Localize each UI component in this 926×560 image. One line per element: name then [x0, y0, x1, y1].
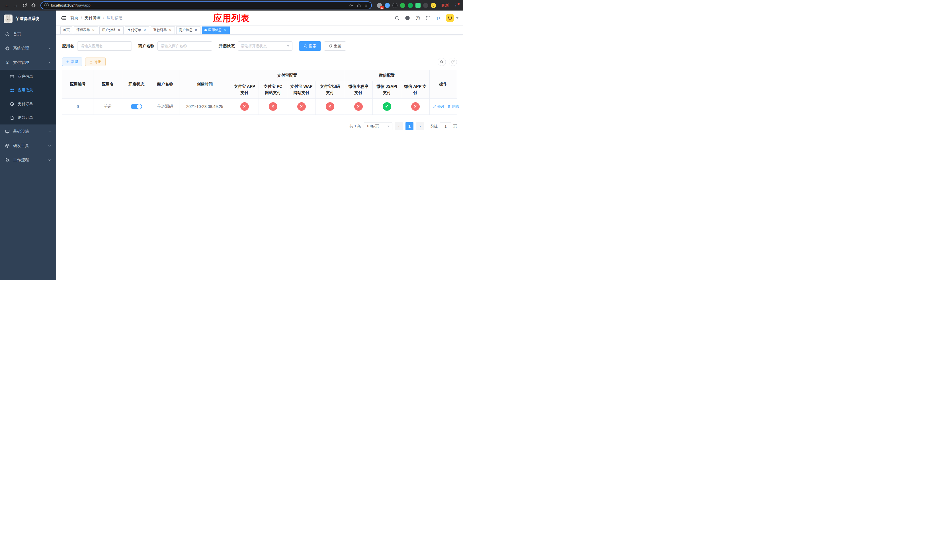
tab-close-icon[interactable]: × [143, 28, 147, 32]
fullscreen-icon[interactable] [426, 16, 431, 21]
sidebar-item-workflow[interactable]: 工作流程 [0, 153, 56, 167]
help-icon[interactable]: ? [415, 16, 420, 21]
col-alipay-pc: 支付宝 PC 网站支付 [259, 81, 287, 98]
url-actions: ☆ [349, 3, 368, 8]
sidebar-item-system[interactable]: 系统管理 [0, 41, 56, 56]
reload-button[interactable] [21, 1, 29, 9]
chevron-down-icon [48, 144, 51, 148]
tab-app-info[interactable]: 应用信息× [202, 26, 230, 34]
extension-icon-6[interactable] [415, 3, 421, 8]
site-info-icon[interactable]: i [44, 3, 49, 8]
cell-actions: 修改 删除 [430, 98, 457, 115]
chevron-down-icon [48, 158, 51, 162]
status-toggle[interactable] [131, 104, 142, 109]
tab-pay-order[interactable]: 支付订单× [125, 26, 149, 34]
merchant-name-input[interactable] [157, 41, 212, 51]
reset-button[interactable]: 重置 [324, 41, 346, 51]
sidebar-subitem-merchant-info[interactable]: 商户信息 [0, 70, 56, 83]
sidebar-item-infrastructure[interactable]: 基础设施 [0, 124, 56, 139]
home-icon [31, 3, 36, 8]
tab-close-icon[interactable]: × [168, 28, 172, 32]
sidebar-toggle-button[interactable] [61, 15, 66, 21]
browser-profile-avatar[interactable] [431, 3, 436, 8]
sidebar-item-label: 应用信息 [18, 88, 33, 93]
chevron-down-icon [287, 45, 289, 47]
font-size-icon[interactable]: TT [436, 16, 440, 21]
breadcrumb-current: 应用信息 [107, 15, 123, 21]
extension-icon-4[interactable] [400, 3, 405, 8]
browser-update-button[interactable]: 更新 [439, 3, 451, 8]
extension-icon-7[interactable] [423, 3, 428, 8]
page-number-1[interactable]: 1 [406, 122, 413, 130]
bookmark-star-icon[interactable]: ☆ [364, 3, 368, 8]
grid-icon [9, 88, 15, 92]
sidebar-item-payment[interactable]: ¥ 支付管理 [0, 56, 56, 70]
goto-page-input[interactable] [440, 122, 451, 130]
alipay-pc-status-icon: × [269, 102, 277, 111]
rabbit-logo-icon [4, 15, 12, 23]
export-button[interactable]: 导出 [85, 58, 106, 66]
url-bar[interactable]: i localhost:1024/pay/app ☆ [41, 2, 372, 9]
add-button-label: 新增 [71, 59, 78, 64]
url-text: localhost:1024/pay/app [51, 3, 91, 8]
tab-close-icon[interactable]: × [117, 28, 121, 32]
refresh-table-button[interactable] [449, 58, 457, 66]
page-size-select[interactable]: 10条/页 [364, 122, 392, 130]
col-merchant: 商户名称 [151, 70, 179, 98]
add-button[interactable]: 新增 [62, 58, 82, 66]
back-button[interactable]: ← [3, 1, 11, 9]
caret-down-icon [456, 17, 458, 19]
sidebar-item-label: 支付管理 [13, 60, 29, 65]
breadcrumb-home[interactable]: 首页 [70, 15, 78, 21]
app-name-input[interactable] [77, 41, 132, 51]
share-icon[interactable] [357, 3, 361, 8]
yen-icon: ¥ [5, 61, 10, 65]
github-icon[interactable] [405, 15, 410, 21]
edit-link[interactable]: 修改 [433, 104, 445, 109]
search-button[interactable]: 搜索 [299, 41, 321, 51]
tab-merchant-info[interactable]: 商户信息× [176, 26, 200, 34]
next-page-button[interactable]: › [416, 122, 424, 130]
app-name-label: 应用名 [62, 44, 74, 49]
sidebar-item-home[interactable]: 首页 [0, 27, 56, 41]
svg-text:?: ? [417, 16, 419, 20]
sidebar-item-devtools[interactable]: 研发工具 [0, 139, 56, 153]
forward-button[interactable]: → [12, 1, 20, 9]
status-select-placeholder: 请选择开启状态 [241, 44, 267, 49]
tab-close-icon[interactable]: × [194, 28, 198, 32]
search-icon [440, 60, 443, 64]
export-button-label: 导出 [94, 59, 101, 64]
app-logo[interactable]: 芋道管理系统 [0, 11, 56, 27]
delete-link[interactable]: 删除 [447, 104, 459, 109]
toggle-search-button[interactable] [438, 58, 446, 66]
col-wechat-app: 微信 APP 支付 [401, 81, 430, 98]
active-tab-dot [204, 29, 207, 31]
download-icon [89, 60, 93, 64]
status-select[interactable]: 请选择开启状态 [238, 41, 292, 51]
tab-refund-order[interactable]: 退款订单× [151, 26, 175, 34]
alipay-app-status-icon: × [240, 102, 249, 111]
tab-close-icon[interactable]: × [223, 28, 227, 32]
user-avatar-menu[interactable] [446, 14, 458, 22]
tab-user-group[interactable]: 用户分组× [99, 26, 124, 34]
breadcrumb-payment: 支付管理 [85, 15, 100, 21]
browser-menu-icon[interactable]: ⋮ [452, 3, 460, 8]
sidebar-subitem-app-info[interactable]: 应用信息 [0, 83, 56, 97]
extension-icon-3[interactable] [392, 3, 398, 8]
tab-home[interactable]: 首页 [61, 26, 72, 34]
tab-flow-form[interactable]: 流程表单× [74, 26, 98, 34]
sidebar-subitem-refund-order[interactable]: 退款订单 [0, 111, 56, 124]
total-count: 共 1 条 [350, 124, 361, 129]
tab-close-icon[interactable]: × [91, 28, 95, 32]
password-key-icon[interactable] [349, 3, 354, 8]
sidebar-item-label: 系统管理 [13, 46, 29, 51]
cell-merchant: 芋道源码 [151, 98, 179, 115]
sidebar-subitem-pay-order[interactable]: 支付订单 [0, 97, 56, 111]
extension-icon-1[interactable]: 10 [377, 3, 382, 8]
extension-icon-5[interactable] [408, 3, 413, 8]
prev-page-button[interactable]: ‹ [395, 122, 403, 130]
home-button[interactable] [29, 1, 38, 9]
header-search-icon[interactable] [395, 16, 399, 21]
reload-icon [23, 3, 27, 8]
extension-icon-2[interactable] [385, 3, 390, 8]
